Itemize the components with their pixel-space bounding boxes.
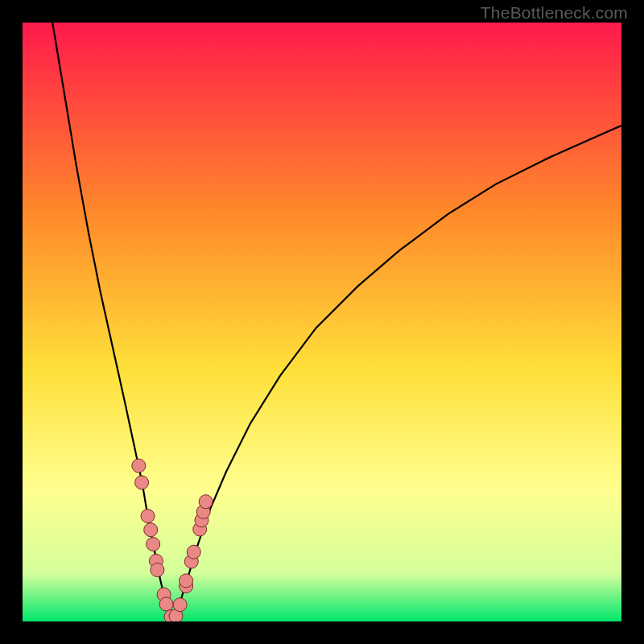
watermark-text: TheBottleneck.com <box>481 3 628 23</box>
data-point <box>159 597 173 611</box>
data-point <box>180 574 193 588</box>
data-point <box>199 495 213 509</box>
data-point <box>147 538 160 551</box>
data-point <box>132 459 146 473</box>
plot-area <box>23 23 621 621</box>
chart-frame: TheBottleneck.com <box>0 0 644 644</box>
data-point <box>141 510 155 523</box>
data-point <box>151 564 164 577</box>
data-point <box>187 545 200 559</box>
data-point <box>135 476 149 489</box>
data-point <box>173 598 187 612</box>
data-point <box>144 523 158 537</box>
chart-svg <box>23 23 621 621</box>
